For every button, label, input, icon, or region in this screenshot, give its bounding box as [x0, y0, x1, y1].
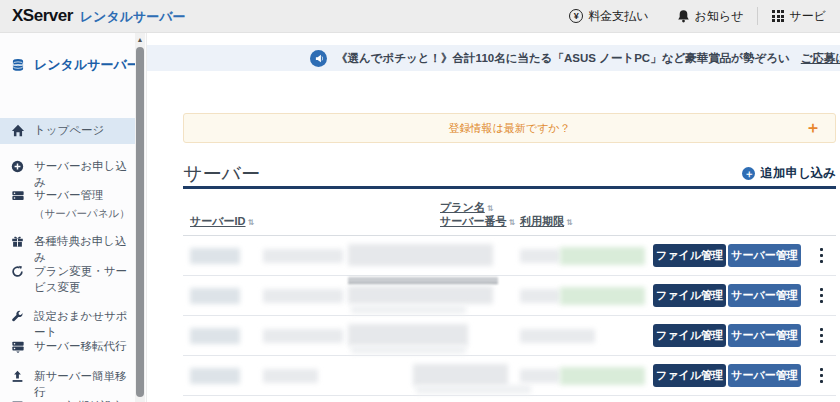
row-kebab-menu-icon[interactable]: [816, 288, 828, 306]
redacted-account: [263, 249, 343, 263]
grid-icon: [772, 10, 784, 22]
server-table-row: ファイル管理 サーバー管理: [183, 276, 836, 316]
wrench-icon: [11, 310, 25, 323]
server-manage-button[interactable]: サーバー管理: [728, 364, 801, 387]
logo-primary: XServer: [12, 6, 73, 26]
redacted-account: [263, 369, 318, 383]
sidebar-item-sublabel: （サーバーパネル）: [34, 206, 130, 220]
home-icon: [11, 124, 25, 137]
bell-icon: [677, 9, 690, 23]
header-nav: ¥ 料金支払い お知らせ サービ: [555, 0, 840, 33]
database-icon: [11, 58, 25, 72]
sidebar: レンタルサーバー トップページ サーバーお申し込み サーバー管理 （サーバーパネ…: [0, 33, 147, 402]
file-manage-button[interactable]: ファイル管理: [653, 364, 726, 387]
redacted-subtext: [351, 305, 466, 314]
row-kebab-menu-icon[interactable]: [816, 248, 828, 266]
refresh-icon: [11, 265, 25, 278]
upload-icon: [11, 370, 25, 383]
column-header-server-number[interactable]: サーバー番号⇅: [440, 214, 515, 229]
server-icon: [11, 189, 25, 202]
campaign-banner: 《選んでポチッと！》合計110名に当たる「ASUS ノートPC」など豪華賞品が勢…: [147, 45, 840, 71]
services-nav-item[interactable]: サービ: [758, 0, 840, 33]
sidebar-item-whois-defaults[interactable]: Whois初期値設定: [0, 394, 136, 402]
plus-circle-icon: [11, 160, 25, 173]
sidebar-item-server-manage[interactable]: サーバー管理 （サーバーパネル）: [0, 183, 136, 225]
column-header-server-id[interactable]: サーバーID⇅: [190, 214, 254, 229]
sidebar-title[interactable]: レンタルサーバー: [0, 53, 136, 77]
sidebar-title-label: レンタルサーバー: [34, 56, 140, 74]
sidebar-item-label: サーバー管理 （サーバーパネル）: [34, 188, 130, 220]
main-area: 《選んでポチッと！》合計110名に当たる「ASUS ノートPC」など豪華賞品が勢…: [147, 33, 840, 402]
server-table-row: ファイル管理 サーバー管理: [183, 236, 836, 276]
server-section-header: サーバー ＋ 追加申し込み: [183, 161, 836, 189]
row-kebab-menu-icon[interactable]: [816, 368, 828, 386]
sidebar-item-plan-change[interactable]: プラン変更・サービス変更: [0, 259, 136, 300]
table-header-row: サーバーID⇅ プラン名⇅ サーバー番号⇅ 利用期限⇅: [183, 189, 836, 236]
redacted-plan: [348, 244, 493, 266]
top-header: XServer レンタルサーバー ¥ 料金支払い お知らせ サービ: [0, 0, 840, 33]
sidebar-item-server-transfer[interactable]: サーバー移転代行: [0, 334, 136, 360]
megaphone-icon: [310, 50, 327, 67]
sidebar-scrollbar: ▲: [135, 33, 145, 402]
file-manage-button[interactable]: ファイル管理: [653, 284, 726, 307]
redacted-account: [263, 289, 343, 303]
redacted-server-id: [190, 288, 240, 304]
payment-nav-item[interactable]: ¥ 料金支払い: [555, 0, 662, 33]
file-manage-button[interactable]: ファイル管理: [653, 324, 726, 347]
sort-icon: ⇅: [487, 204, 494, 213]
news-label: お知らせ: [695, 8, 744, 25]
gift-icon: [11, 235, 25, 248]
news-nav-item[interactable]: お知らせ: [663, 0, 758, 33]
server-manage-button[interactable]: サーバー管理: [728, 244, 801, 267]
redacted-expiry-highlight: [560, 247, 645, 265]
add-application-link[interactable]: ＋ 追加申し込み: [742, 165, 836, 182]
plus-circle-icon: ＋: [742, 167, 755, 180]
redacted-server-id: [190, 328, 240, 344]
page-title: サーバー: [183, 161, 260, 187]
sidebar-item-label: サーバー移転代行: [34, 339, 127, 355]
sidebar-item-top-page[interactable]: トップページ: [0, 118, 136, 144]
logo-secondary: レンタルサーバー: [80, 8, 186, 26]
redacted-plan: [348, 324, 468, 346]
redacted-plan: [413, 364, 508, 386]
scrollbar-thumb[interactable]: [136, 47, 144, 397]
file-manage-button[interactable]: ファイル管理: [653, 244, 726, 267]
campaign-apply-link[interactable]: ご応募はこちら: [801, 51, 840, 66]
sort-icon: ⇅: [509, 218, 516, 227]
redacted-expiry: [520, 249, 560, 263]
registration-notice[interactable]: 登録情報は最新ですか？ ＋: [183, 113, 836, 143]
redacted-expiry: [520, 369, 560, 383]
redacted-expiry: [520, 289, 560, 303]
redacted-server-id: [190, 368, 240, 384]
server-table-row: ファイル管理 サーバー管理: [183, 316, 836, 356]
redacted-subtext: [351, 345, 466, 354]
redacted-subtext: [416, 385, 531, 394]
sidebar-item-label: トップページ: [34, 123, 104, 139]
server-manage-button[interactable]: サーバー管理: [728, 324, 801, 347]
payment-label: 料金支払い: [588, 8, 648, 25]
redacted-account: [263, 329, 343, 343]
xserver-account-page: XServer レンタルサーバー ¥ 料金支払い お知らせ サービ: [0, 0, 840, 402]
sidebar-item-label: プラン変更・サービス変更: [34, 264, 132, 295]
notice-expand-button[interactable]: ＋: [805, 120, 821, 136]
column-header-expiry[interactable]: 利用期限⇅: [520, 214, 573, 229]
server-manage-button[interactable]: サーバー管理: [728, 284, 801, 307]
redacted-server-id: [190, 248, 240, 264]
redacted-expiry: [520, 329, 595, 343]
scroll-up-arrow[interactable]: ▲: [135, 35, 145, 45]
redacted-expiry-highlight: [560, 287, 645, 305]
content-column: 登録情報は最新ですか？ ＋ サーバー ＋ 追加申し込み サーバーID⇅ プラン名…: [183, 92, 836, 396]
redacted-expiry-highlight: [560, 367, 645, 385]
campaign-text: 《選んでポチッと！》合計110名に当たる「ASUS ノートPC」など豪華賞品が勢…: [336, 51, 790, 66]
redacted-link[interactable]: [348, 277, 498, 284]
redacted-plan: [348, 286, 493, 304]
column-header-plan-name[interactable]: プラン名⇅: [440, 200, 493, 215]
services-label: サービ: [789, 8, 826, 25]
sort-icon: ⇅: [566, 218, 573, 227]
xserver-logo[interactable]: XServer レンタルサーバー: [0, 6, 186, 26]
yen-circle-icon: ¥: [569, 9, 583, 23]
row-kebab-menu-icon[interactable]: [816, 328, 828, 346]
server-table-row: ファイル管理 サーバー管理: [183, 356, 836, 396]
add-application-label: 追加申し込み: [760, 165, 836, 182]
server-move-icon: [11, 340, 25, 353]
